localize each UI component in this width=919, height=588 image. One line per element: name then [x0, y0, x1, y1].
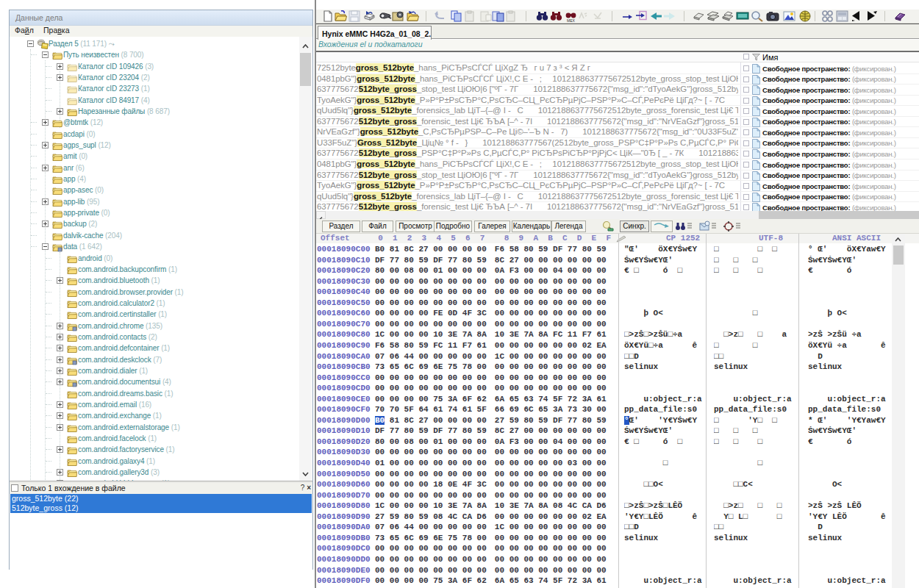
- svg-text:MEX: MEX: [567, 18, 576, 23]
